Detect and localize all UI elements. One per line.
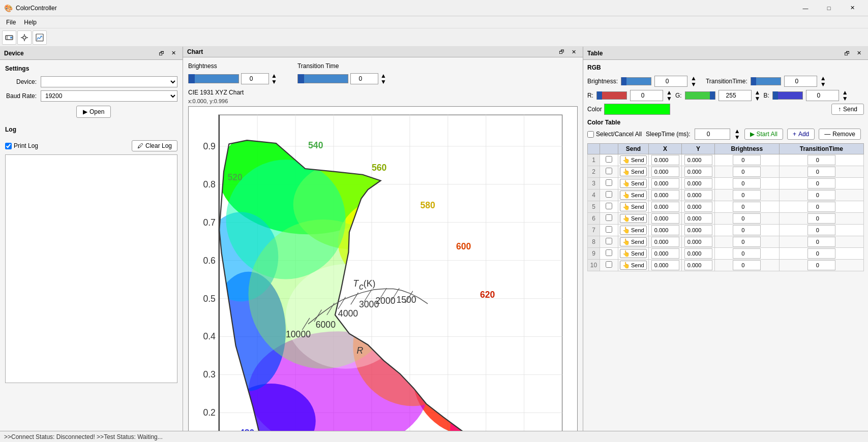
row-x-input-2[interactable] — [651, 167, 679, 177]
row-checkbox-8[interactable] — [606, 238, 612, 244]
row-brightness-input-8[interactable] — [733, 237, 761, 247]
row-brightness-input-4[interactable] — [733, 190, 761, 200]
g-spinner[interactable]: ▲▼ — [755, 89, 761, 102]
row-x-input-5[interactable] — [651, 202, 679, 212]
row-send-btn-9[interactable]: 👆 Send — [620, 249, 647, 258]
r-slider[interactable] — [596, 91, 627, 100]
transition-number-input[interactable] — [350, 73, 378, 84]
print-log-checkbox[interactable] — [5, 143, 12, 149]
maximize-button[interactable]: □ — [817, 0, 841, 16]
transition-slider-table[interactable] — [751, 77, 781, 85]
row-send-btn-7[interactable]: 👆 Send — [620, 226, 647, 235]
brightness-number-input[interactable] — [241, 73, 269, 84]
device-select[interactable] — [41, 76, 177, 87]
row-x-input-6[interactable] — [651, 213, 679, 224]
row-y-input-9[interactable] — [684, 248, 712, 259]
row-x-input-8[interactable] — [651, 237, 679, 247]
close-button[interactable]: ✕ — [841, 0, 864, 16]
baud-select[interactable]: 19200 — [41, 90, 177, 102]
row-x-input-1[interactable] — [651, 155, 679, 165]
row-x-input-3[interactable] — [651, 178, 679, 188]
row-transition-input-3[interactable] — [807, 178, 835, 188]
r-spinner[interactable]: ▲▼ — [666, 89, 672, 102]
row-y-input-5[interactable] — [684, 202, 712, 212]
row-y-input-3[interactable] — [684, 178, 712, 188]
b-input[interactable] — [806, 90, 839, 101]
row-y-input-7[interactable] — [684, 225, 712, 235]
row-checkbox-10[interactable] — [606, 261, 612, 268]
print-log-label[interactable]: Print Log — [5, 142, 38, 149]
row-checkbox-2[interactable] — [606, 168, 612, 174]
chart-panel-close-btn[interactable]: ✕ — [568, 47, 579, 57]
menu-file[interactable]: File — [2, 18, 20, 27]
transition-input-table[interactable] — [784, 76, 817, 87]
row-send-btn-2[interactable]: 👆 Send — [620, 167, 647, 176]
row-transition-input-5[interactable] — [807, 202, 835, 212]
row-send-btn-4[interactable]: 👆 Send — [620, 191, 647, 200]
add-button[interactable]: + Add — [787, 129, 815, 140]
row-transition-input-9[interactable] — [807, 248, 835, 259]
row-send-btn-6[interactable]: 👆 Send — [620, 214, 647, 223]
row-checkbox-1[interactable] — [606, 156, 612, 163]
row-x-input-9[interactable] — [651, 248, 679, 259]
transition-spinner-up[interactable]: ▲▼ — [380, 73, 386, 85]
g-input[interactable] — [719, 90, 752, 101]
row-y-input-6[interactable] — [684, 213, 712, 224]
row-y-input-1[interactable] — [684, 155, 712, 165]
row-checkbox-4[interactable] — [606, 191, 612, 198]
send-button[interactable]: ↑ Send — [831, 104, 864, 115]
row-checkbox-9[interactable] — [606, 249, 612, 256]
row-checkbox-3[interactable] — [606, 179, 612, 186]
cie-chart-container[interactable]: 0.9 0.8 0.7 0.6 0.5 0.4 0.3 0.2 0.1 0.1 … — [188, 106, 578, 431]
brightness-spinner-table[interactable]: ▲▼ — [691, 75, 697, 87]
r-input[interactable] — [630, 90, 663, 101]
row-y-input-2[interactable] — [684, 167, 712, 177]
b-spinner[interactable]: ▲▼ — [842, 89, 848, 102]
select-cancel-all-label[interactable]: Select/Cancel All — [587, 131, 642, 138]
row-x-input-4[interactable] — [651, 190, 679, 200]
row-send-btn-1[interactable]: 👆 Send — [620, 155, 647, 165]
chart-panel-restore-btn[interactable]: 🗗 — [556, 47, 566, 57]
row-y-input-8[interactable] — [684, 237, 712, 247]
transition-slider[interactable] — [297, 74, 348, 83]
sleep-spinner[interactable]: ▲▼ — [734, 128, 740, 140]
row-transition-input-10[interactable] — [807, 260, 835, 270]
table-panel-close-btn[interactable]: ✕ — [854, 48, 864, 58]
g-slider[interactable] — [685, 91, 715, 100]
row-brightness-input-2[interactable] — [733, 167, 761, 177]
open-button[interactable]: ▶ Open — [76, 106, 111, 118]
row-transition-input-6[interactable] — [807, 213, 835, 224]
device-panel-restore-btn[interactable]: 🗗 — [156, 48, 166, 58]
row-checkbox-6[interactable] — [606, 214, 612, 221]
b-slider[interactable] — [772, 91, 803, 100]
row-brightness-input-9[interactable] — [733, 248, 761, 259]
row-transition-input-2[interactable] — [807, 167, 835, 177]
row-transition-input-7[interactable] — [807, 225, 835, 235]
row-transition-input-1[interactable] — [807, 155, 835, 165]
row-transition-input-4[interactable] — [807, 190, 835, 200]
start-all-button[interactable]: ▶ Start All — [744, 129, 783, 140]
row-send-btn-8[interactable]: 👆 Send — [620, 237, 647, 246]
sleep-time-input[interactable] — [695, 129, 730, 140]
brightness-slider-table[interactable] — [621, 77, 651, 85]
row-brightness-input-3[interactable] — [733, 178, 761, 188]
toolbar-btn-2[interactable] — [17, 30, 32, 45]
minimize-button[interactable]: — — [794, 0, 817, 16]
row-brightness-input-5[interactable] — [733, 202, 761, 212]
clear-log-button[interactable]: 🖊 Clear Log — [132, 140, 177, 151]
toolbar-btn-1[interactable] — [2, 30, 16, 45]
brightness-spinner-up[interactable]: ▲▼ — [271, 73, 277, 85]
select-all-checkbox[interactable] — [587, 131, 594, 138]
toolbar-btn-3[interactable] — [33, 30, 47, 45]
row-brightness-input-10[interactable] — [733, 260, 761, 270]
row-checkbox-7[interactable] — [606, 226, 612, 233]
log-textarea[interactable] — [5, 154, 177, 383]
row-brightness-input-7[interactable] — [733, 225, 761, 235]
row-send-btn-5[interactable]: 👆 Send — [620, 202, 647, 211]
brightness-slider[interactable] — [188, 74, 239, 83]
row-x-input-10[interactable] — [651, 260, 679, 270]
row-brightness-input-6[interactable] — [733, 213, 761, 224]
brightness-input-table[interactable] — [654, 76, 687, 87]
row-y-input-10[interactable] — [684, 260, 712, 270]
row-transition-input-8[interactable] — [807, 237, 835, 247]
